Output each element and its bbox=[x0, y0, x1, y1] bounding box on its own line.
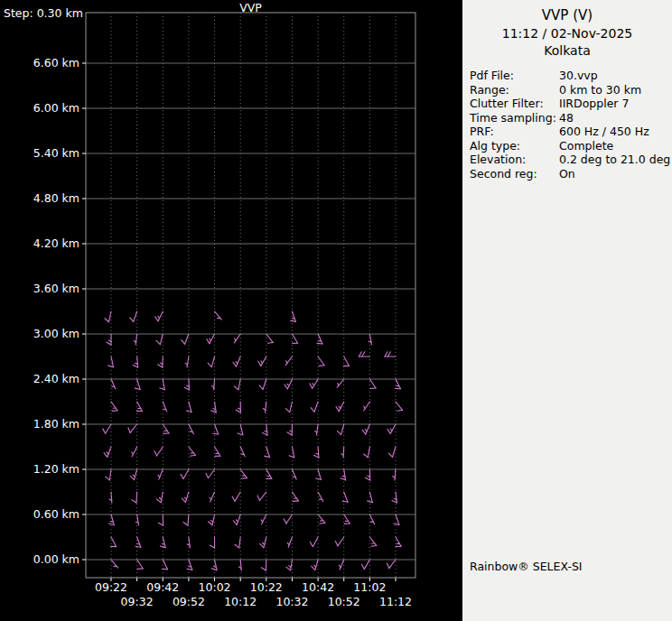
y-tick-label: 0.60 km bbox=[33, 507, 79, 521]
y-tick-label: 2.40 km bbox=[33, 372, 79, 385]
y-tick-label: 4.20 km bbox=[33, 236, 79, 250]
chart-title: VVP bbox=[86, 1, 415, 14]
y-tick-label: 3.60 km bbox=[33, 282, 79, 295]
site-name: Kolkata bbox=[462, 43, 672, 58]
param-row: Range:0 km to 30 km bbox=[470, 83, 672, 97]
param-value: 0 km to 30 km bbox=[559, 83, 641, 97]
param-row: Pdf File:30.vvp bbox=[470, 69, 672, 83]
param-list: Pdf File:30.vvpRange:0 km to 30 kmClutte… bbox=[470, 69, 672, 181]
y-tick-label: 1.20 km bbox=[33, 462, 79, 476]
brand-footer: Rainbow® SELEX-SI bbox=[470, 560, 583, 573]
param-label: Elevation: bbox=[470, 153, 559, 167]
param-row: Elevation:0.2 deg to 21.0 deg bbox=[470, 153, 672, 167]
param-label: Alg type: bbox=[470, 139, 559, 153]
y-tick-label: 0.00 km bbox=[33, 552, 79, 566]
y-tick-label: 6.00 km bbox=[33, 101, 79, 115]
param-label: Second reg: bbox=[470, 167, 559, 181]
x-tick-label: 09:22 bbox=[95, 580, 127, 594]
param-row: Second reg:On bbox=[470, 167, 672, 181]
step-label: Step: 0.30 km bbox=[4, 6, 83, 20]
x-tick-label: 10:52 bbox=[328, 595, 360, 608]
param-value: 48 bbox=[559, 111, 574, 125]
x-tick-label: 10:12 bbox=[224, 595, 257, 608]
y-tick-label: 1.80 km bbox=[33, 417, 79, 431]
param-value: 600 Hz / 450 Hz bbox=[559, 125, 649, 138]
x-tick-label: 10:42 bbox=[302, 580, 334, 594]
x-tick-label: 11:02 bbox=[353, 580, 386, 594]
x-tick-label: 09:32 bbox=[121, 595, 154, 608]
product-title: VVP (V) bbox=[462, 7, 672, 23]
param-row: Time sampling:48 bbox=[470, 111, 672, 125]
product-datetime: 11:12 / 02-Nov-2025 bbox=[462, 26, 672, 41]
param-label: Clutter Filter: bbox=[470, 97, 559, 111]
x-tick-label: 11:12 bbox=[379, 595, 412, 608]
wind-barbs bbox=[103, 311, 403, 570]
param-label: Time sampling: bbox=[470, 111, 559, 125]
vvp-window: 6.60 km6.00 km5.40 km4.80 km4.20 km3.60 … bbox=[0, 0, 672, 621]
param-label: Pdf File: bbox=[470, 69, 559, 83]
param-value: On bbox=[559, 167, 575, 181]
y-tick-label: 4.80 km bbox=[33, 191, 79, 205]
x-tick-label: 10:32 bbox=[275, 595, 308, 608]
info-panel: VVP (V) 11:12 / 02-Nov-2025 Kolkata Pdf … bbox=[462, 0, 672, 621]
x-tick-label: 10:22 bbox=[250, 580, 283, 594]
param-value: Complete bbox=[559, 139, 613, 153]
x-tick-label: 10:02 bbox=[199, 580, 231, 594]
param-label: Range: bbox=[470, 83, 559, 97]
y-tick-label: 5.40 km bbox=[33, 146, 79, 160]
x-tick-label: 09:52 bbox=[173, 595, 205, 608]
vvp-chart-region: 6.60 km6.00 km5.40 km4.80 km4.20 km3.60 … bbox=[0, 0, 462, 621]
y-tick-label: 3.00 km bbox=[33, 327, 79, 340]
param-value: 0.2 deg to 21.0 deg bbox=[559, 153, 670, 166]
param-label: PRF: bbox=[470, 125, 559, 139]
vvp-plot: 6.60 km6.00 km5.40 km4.80 km4.20 km3.60 … bbox=[0, 0, 462, 621]
param-value: 30.vvp bbox=[559, 69, 598, 82]
param-row: Clutter Filter:IIRDoppler 7 bbox=[470, 97, 672, 111]
x-tick-label: 09:42 bbox=[146, 580, 179, 594]
y-tick-label: 6.60 km bbox=[33, 56, 79, 70]
param-value: IIRDoppler 7 bbox=[559, 97, 629, 110]
param-row: Alg type:Complete bbox=[470, 139, 672, 153]
param-row: PRF:600 Hz / 450 Hz bbox=[470, 125, 672, 139]
